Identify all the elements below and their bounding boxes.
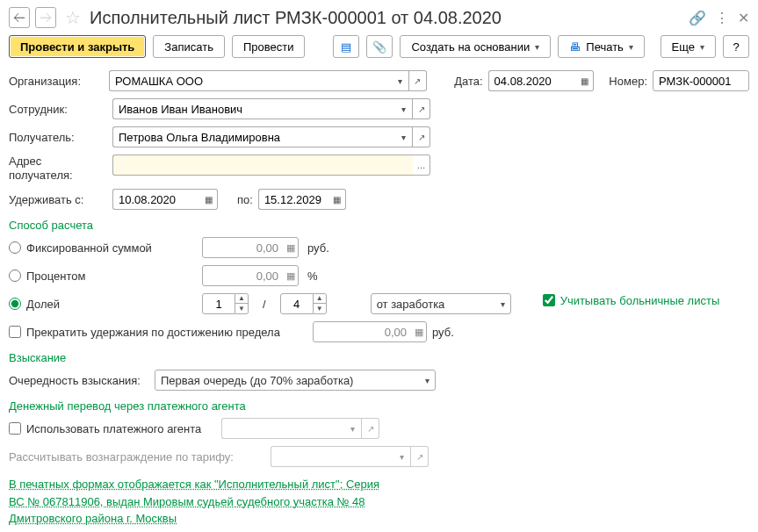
agent-header: Денежный перевод через платежного агента: [9, 399, 749, 413]
fixed-amount-input[interactable]: [202, 237, 299, 258]
print-form-link[interactable]: В печатных формах отображается как "Испо…: [9, 476, 395, 528]
post-and-close-button[interactable]: Провести и закрыть: [9, 35, 146, 58]
method-percent-radio[interactable]: Процентом: [9, 270, 193, 283]
use-agent-checkbox[interactable]: Использовать платежного агента: [9, 422, 216, 435]
withhold-from-input[interactable]: [112, 189, 200, 210]
date-input[interactable]: [488, 70, 576, 91]
recipient-label: Получатель:: [9, 131, 107, 144]
tariff-open-btn: ↗: [411, 446, 429, 467]
employee-label: Сотрудник:: [9, 103, 107, 116]
org-input[interactable]: [109, 70, 392, 91]
chevron-down-icon: ▾: [629, 42, 633, 52]
recipient-open-btn[interactable]: ↗: [413, 126, 430, 147]
number-input[interactable]: [653, 70, 749, 91]
share-denominator[interactable]: ▲▼: [280, 293, 327, 314]
agent-open-btn: ↗: [362, 418, 379, 439]
help-button[interactable]: ?: [723, 35, 749, 58]
date-label: Дата:: [454, 75, 482, 88]
chevron-down-icon: ▾: [700, 42, 704, 52]
agent-dropdown-btn: ▾: [344, 418, 362, 439]
employee-input[interactable]: [112, 98, 395, 119]
method-fixed-radio[interactable]: Фиксированной суммой: [9, 241, 193, 255]
withhold-from-calendar[interactable]: ▦: [200, 189, 218, 210]
tariff-label: Рассчитывать вознаграждение по тарифу:: [9, 450, 265, 464]
page-title: Исполнительный лист РМЗК-000001 от 04.08…: [90, 8, 683, 28]
share-of-select[interactable]: от заработка ▾: [371, 293, 511, 314]
org-label: Организация:: [9, 75, 104, 88]
stop-checkbox[interactable]: Прекратить удержания по достижению преде…: [9, 326, 307, 339]
attach-icon-button[interactable]: 📎: [366, 35, 393, 58]
collection-header: Взыскание: [9, 351, 749, 364]
link-icon[interactable]: 🔗: [689, 10, 706, 26]
withhold-from-label: Удерживать с:: [9, 193, 107, 206]
close-icon[interactable]: ✕: [738, 10, 749, 26]
tariff-input: [271, 446, 393, 467]
recipient-dropdown-btn[interactable]: ▾: [395, 126, 413, 147]
print-button[interactable]: 🖶 Печать ▾: [558, 35, 645, 58]
chevron-down-icon: ▾: [535, 42, 539, 52]
paperclip-icon: 📎: [372, 40, 386, 54]
document-icon: ▤: [341, 40, 351, 54]
favorite-icon[interactable]: ☆: [65, 7, 81, 28]
priority-label: Очередность взыскания:: [9, 374, 149, 387]
share-numerator[interactable]: ▲▼: [202, 293, 249, 314]
stop-amount-input[interactable]: [313, 321, 427, 342]
nav-back-button[interactable]: 🡠: [9, 7, 30, 28]
employee-dropdown-btn[interactable]: ▾: [395, 98, 413, 119]
kebab-icon[interactable]: ⋮: [715, 10, 729, 26]
withhold-to-calendar[interactable]: ▦: [328, 189, 346, 210]
priority-select[interactable]: Первая очередь (до 70% заработка) ▾: [155, 370, 436, 391]
org-open-btn[interactable]: ↗: [409, 70, 427, 91]
recipient-input[interactable]: [112, 126, 395, 147]
withhold-to-input[interactable]: [258, 189, 328, 210]
date-calendar-btn[interactable]: ▦: [576, 70, 594, 91]
agent-input: [221, 418, 344, 439]
percent-input[interactable]: [202, 265, 299, 286]
employee-open-btn[interactable]: ↗: [413, 98, 430, 119]
org-dropdown-btn[interactable]: ▾: [392, 70, 409, 91]
post-button[interactable]: Провести: [232, 35, 306, 58]
nav-forward-button[interactable]: 🡢: [35, 7, 56, 28]
address-input[interactable]: [112, 155, 413, 176]
address-label: Адрес получателя:: [9, 155, 107, 182]
chevron-down-icon: ▾: [425, 376, 430, 385]
tariff-dropdown-btn: ▾: [393, 446, 411, 467]
report-icon-button[interactable]: ▤: [333, 35, 359, 58]
chevron-down-icon: ▾: [501, 299, 505, 309]
method-header: Способ расчета: [9, 219, 749, 232]
address-more-btn[interactable]: …: [413, 155, 430, 176]
sick-leave-checkbox[interactable]: Учитывать больничные листы: [543, 294, 720, 307]
save-button[interactable]: Записать: [153, 35, 225, 58]
create-based-button[interactable]: Создать на основании ▾: [400, 35, 551, 58]
method-share-radio[interactable]: Долей: [9, 298, 193, 311]
withhold-to-label: по:: [237, 193, 253, 206]
number-label: Номер:: [609, 75, 647, 88]
printer-icon: 🖶: [569, 40, 581, 54]
more-button[interactable]: Еще ▾: [661, 35, 716, 58]
